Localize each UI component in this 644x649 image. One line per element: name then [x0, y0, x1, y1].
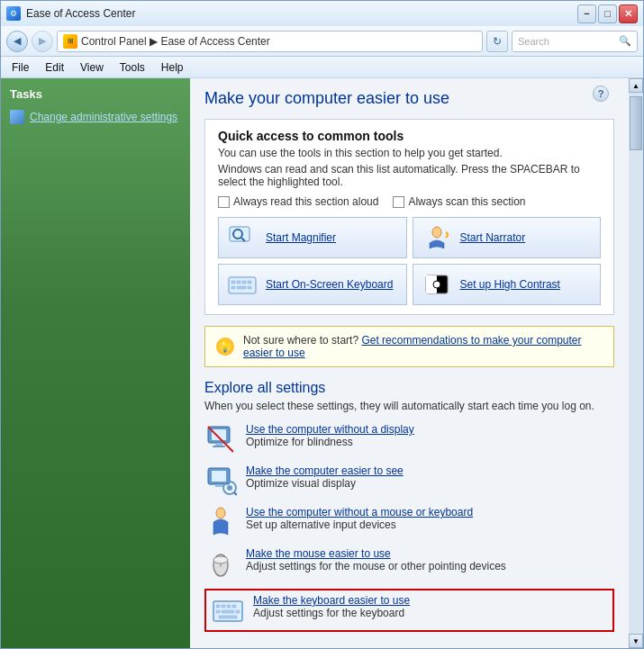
svg-rect-18: [213, 446, 225, 447]
settings-item-mouse: Make the mouse easier to use Adjust sett…: [204, 547, 614, 580]
svg-rect-17: [215, 443, 222, 446]
explore-desc: When you select these settings, they wil…: [204, 400, 614, 412]
easier-see-icon: [204, 464, 237, 497]
svg-point-3: [432, 227, 441, 238]
settings-list: Use the computer without a display Optim…: [204, 423, 614, 632]
no-mouse-icon: [204, 506, 237, 538]
hint-text: Not sure where to start? Get recommendat…: [243, 334, 603, 359]
high-contrast-icon: [422, 272, 451, 297]
minimize-button[interactable]: −: [577, 5, 596, 23]
hint-box: 💡 Not sure where to start? Get recommend…: [204, 326, 614, 367]
scroll-down-button[interactable]: ▼: [629, 634, 643, 648]
menu-bar: File Edit View Tools Help: [1, 57, 643, 78]
title-bar: ⚙ Ease of Access Center − □ ✕: [1, 1, 643, 26]
maximize-button[interactable]: □: [598, 5, 617, 23]
quick-access-box: Quick access to common tools You can use…: [204, 119, 614, 315]
menu-edit[interactable]: Edit: [41, 59, 68, 76]
settings-link-no-display[interactable]: Use the computer without a display: [246, 423, 414, 436]
address-bar: ◀ ▶ ⊞ Control Panel ▶ Ease of Access Cen…: [1, 26, 643, 57]
svg-rect-21: [212, 471, 226, 482]
window-icon: ⚙: [6, 6, 21, 21]
settings-item-keyboard: Make the keyboard easier to use Adjust s…: [204, 589, 614, 632]
window-controls: − □ ✕: [577, 5, 638, 23]
settings-item-no-mouse-text: Use the computer without a mouse or keyb…: [246, 506, 473, 531]
settings-link-mouse[interactable]: Make the mouse easier to use: [246, 547, 506, 560]
scroll-thumb[interactable]: [630, 96, 642, 150]
magnifier-icon: [228, 225, 257, 250]
svg-point-24: [227, 485, 232, 491]
svg-line-25: [234, 492, 237, 495]
scroll-track: [629, 93, 643, 634]
scrollbar: ▲ ▼: [629, 78, 643, 648]
forward-button[interactable]: ▶: [32, 31, 53, 52]
search-bar[interactable]: Search 🔍: [512, 31, 638, 52]
admin-icon: [10, 110, 24, 124]
settings-link-no-mouse[interactable]: Use the computer without a mouse or keyb…: [246, 506, 473, 518]
settings-desc-mouse: Adjust settings for the mouse or other p…: [246, 560, 506, 572]
onscreen-keyboard-icon: [228, 272, 257, 297]
svg-rect-10: [237, 286, 246, 289]
page-title: Make your computer easier to use: [204, 89, 614, 108]
breadcrumb-icon: ⊞: [63, 34, 77, 49]
settings-link-easier-see[interactable]: Make the computer easier to see: [246, 464, 404, 477]
svg-point-29: [213, 556, 228, 563]
breadcrumb[interactable]: ⊞ Control Panel ▶ Ease of Access Center: [57, 31, 483, 52]
svg-rect-38: [219, 616, 237, 618]
checkbox-scan-box[interactable]: [393, 196, 404, 208]
start-keyboard-button[interactable]: Start On-Screen Keyboard: [218, 264, 407, 305]
svg-rect-11: [248, 286, 251, 289]
svg-rect-5: [231, 281, 235, 284]
svg-rect-31: [216, 605, 220, 608]
menu-file[interactable]: File: [8, 59, 32, 76]
sidebar-title: Tasks: [10, 87, 181, 101]
settings-item-easier-see-text: Make the computer easier to see Optimize…: [246, 464, 404, 490]
scroll-up-button[interactable]: ▲: [629, 78, 643, 93]
menu-view[interactable]: View: [77, 59, 107, 76]
svg-point-14: [433, 281, 440, 288]
start-narrator-button[interactable]: Start Narrator: [413, 217, 602, 258]
settings-link-keyboard[interactable]: Make the keyboard easier to use: [253, 594, 410, 607]
narrator-icon: [422, 225, 451, 250]
sidebar-link-admin[interactable]: Change administrative settings: [10, 108, 181, 126]
settings-desc-no-display: Optimize for blindness: [246, 436, 414, 448]
high-contrast-button[interactable]: Set up High Contrast: [413, 264, 602, 305]
refresh-button[interactable]: ↻: [486, 31, 508, 52]
svg-rect-36: [222, 610, 234, 613]
settings-desc-easier-see: Optimize visual display: [246, 477, 404, 490]
tools-grid: Start Magnifier Start Narrator: [218, 217, 601, 305]
svg-rect-37: [236, 610, 240, 613]
keyboard-icon: [212, 594, 244, 626]
checkbox-row: Always read this section aloud Always sc…: [218, 195, 601, 208]
quick-access-desc: You can use the tools in this section to…: [218, 147, 601, 159]
settings-item-no-display: Use the computer without a display Optim…: [204, 423, 614, 455]
menu-help[interactable]: Help: [158, 59, 187, 76]
settings-item-easier-see: Make the computer easier to see Optimize…: [204, 464, 614, 497]
back-button[interactable]: ◀: [6, 31, 28, 52]
hint-icon: 💡: [216, 338, 234, 356]
settings-item-mouse-text: Make the mouse easier to use Adjust sett…: [246, 547, 506, 572]
explore-title: Explore all settings: [204, 380, 614, 396]
menu-tools[interactable]: Tools: [116, 59, 149, 76]
settings-item-keyboard-text: Make the keyboard easier to use Adjust s…: [253, 594, 410, 619]
svg-rect-33: [227, 605, 231, 608]
start-magnifier-button[interactable]: Start Magnifier: [218, 217, 407, 258]
svg-rect-8: [248, 281, 251, 284]
search-icon: 🔍: [619, 35, 631, 47]
settings-desc-keyboard: Adjust settings for the keyboard: [253, 607, 410, 619]
close-button[interactable]: ✕: [619, 5, 638, 23]
svg-rect-7: [242, 281, 246, 284]
checkbox-scan[interactable]: Always scan this section: [393, 195, 525, 208]
svg-rect-4: [229, 277, 256, 293]
title-bar-left: ⚙ Ease of Access Center: [6, 6, 135, 21]
settings-desc-no-mouse: Set up alternative input devices: [246, 518, 473, 531]
checkbox-read-aloud[interactable]: Always read this section aloud: [218, 195, 378, 208]
window-title: Ease of Access Center: [26, 7, 135, 20]
svg-rect-34: [232, 605, 236, 608]
main-layout: Tasks Change administrative settings ? M…: [1, 78, 643, 648]
svg-rect-22: [215, 484, 222, 487]
sidebar: Tasks Change administrative settings: [1, 78, 190, 648]
svg-rect-6: [237, 281, 240, 284]
help-button[interactable]: ?: [593, 86, 609, 102]
checkbox-read-aloud-box[interactable]: [218, 196, 230, 208]
quick-access-note: Windows can read and scan this list auto…: [218, 163, 601, 188]
